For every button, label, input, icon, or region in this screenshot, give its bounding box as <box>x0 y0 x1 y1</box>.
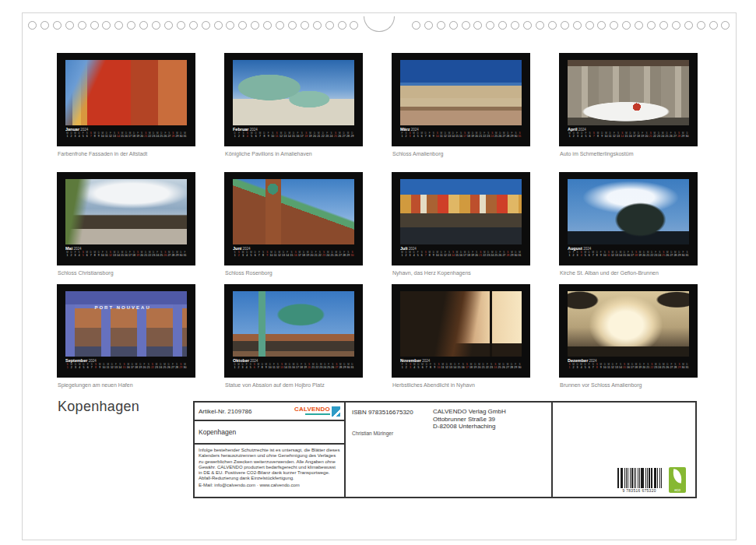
binding-ring <box>486 21 494 30</box>
binding-ring <box>102 21 111 30</box>
binding-ring <box>473 21 482 30</box>
publisher-address: CALVENDO Verlag GmbH Ottobrunner Straße … <box>433 408 506 431</box>
legal-row: Infolge bestehender Schutzrechte ist es … <box>195 445 344 497</box>
barcode-number: 9 783516 675320 <box>623 489 656 493</box>
binding-ring <box>709 21 718 30</box>
thumb-frame: März 2024F1S2S3M4D5M6D7F8S9S10M11D12M13D… <box>392 53 530 146</box>
binding-ring <box>585 21 594 30</box>
thumb-mini-calendar: F1S2S3M4D5M6D7F8S9S10M11D12M13D14F15S16S… <box>400 132 522 137</box>
thumb-mini-calendar: M1D2M3D4F5S6S7M8D9M10D11F12S13S14M15D16M… <box>568 132 689 137</box>
barcode-block: 9 783516 675320 eco <box>617 467 686 493</box>
binding-ring <box>721 21 730 30</box>
binding-ring <box>424 21 433 30</box>
isbn-text: ISBN 9783516675320 <box>352 409 413 416</box>
thumb-caption: Farbenfrohe Fassaden in der Altstadt <box>58 151 147 156</box>
binding-ring <box>202 21 210 30</box>
barcode-bars <box>617 468 662 488</box>
thumb-frame: Dezember 2024S1M2D3M4D5F6S7S8M9D10M11D12… <box>559 284 698 378</box>
thumb-caption: Schloss Christiansborg <box>58 270 114 276</box>
binding-ring <box>28 21 37 30</box>
binding-ring <box>238 21 247 30</box>
binding-ring <box>90 21 99 30</box>
binding-ring <box>114 21 123 30</box>
thumb-caption: Nyhavn, das Herz Kopenhagens <box>392 270 471 276</box>
thumb-caption: Kirche St. Alban und der Gefion-Brunnen <box>560 270 659 276</box>
binding-ring <box>597 21 606 30</box>
thumb-mini-calendar: D1F2S3S4M5D6M7D8F9S10S11M12D13M14D15F16S… <box>233 132 354 137</box>
binding-ring <box>561 21 569 30</box>
binding-ring <box>635 21 643 30</box>
eco-icon: eco <box>669 467 686 493</box>
leaf-icon <box>672 469 683 483</box>
binding-ring <box>548 21 557 30</box>
binding-ring <box>313 21 322 30</box>
calendar-thumb-2: Februar 2024D1F2S3S4M5D6M7D8F9S10S11M12D… <box>224 53 363 146</box>
calvendo-tagline-bar <box>305 413 330 415</box>
calendar-thumb-3: März 2024F1S2S3M4D5M6D7F8S9S10M11D12M13D… <box>392 53 530 146</box>
binding-ring <box>263 21 272 30</box>
binding-ring <box>127 21 135 30</box>
binding-ring <box>684 21 693 30</box>
calendar-thumb-1: Januar 2024M1D2M3D4F5S6S7M8D9M10D11F12S1… <box>57 53 195 146</box>
calvendo-mark-icon <box>332 406 340 417</box>
binding-ring <box>498 21 507 30</box>
binding-ring <box>214 21 223 30</box>
binding-ring <box>177 21 185 30</box>
thumb-photo <box>568 179 689 244</box>
thumb-frame: Juli 2024M1D2M3D4F5S6S7M8D9M10D11F12S13S… <box>392 172 530 265</box>
thumb-mini-calendar: D1M2D3F4S5S6M7D8M9D10F11S12S13M14D15M16D… <box>233 363 354 368</box>
title-row: Kopenhagen <box>195 421 344 445</box>
binding-ring <box>189 21 198 30</box>
thumb-photo <box>233 291 354 357</box>
publisher-line: Ottobrunner Straße 39 <box>433 416 506 424</box>
thumb-caption: Schloss Rosenborg <box>225 270 273 276</box>
eco-label: eco <box>670 488 684 492</box>
calendar-back-page: Januar 2024M1D2M3D4F5S6S7M8D9M10D11F12S1… <box>0 0 756 545</box>
calendar-thumb-8: August 2024D1F2S3S4M5D6M7D8F9S10S11M12D1… <box>559 172 698 265</box>
thumb-caption: Auto im Schmetterlingskostüm <box>560 151 634 156</box>
thumb-photo <box>233 60 354 125</box>
calendar-thumb-12: Dezember 2024S1M2D3M4D5F6S7S8M9D10M11D12… <box>559 284 698 378</box>
binding-ring <box>53 21 62 30</box>
thumb-frame: Mai 2024M1D2F3S4S5M6D7M8D9F10S11S12M13D1… <box>57 172 195 265</box>
calendar-thumb-7: Juli 2024M1D2M3D4F5S6S7M8D9M10D11F12S13S… <box>392 172 530 265</box>
thumb-mini-calendar: M1D2M3D4F5S6S7M8D9M10D11F12S13S14M15D16M… <box>400 251 522 256</box>
binding-ring <box>288 21 297 30</box>
thumb-photo <box>65 60 187 125</box>
binding-ring <box>523 21 532 30</box>
page-title: Kopenhagen <box>58 399 139 415</box>
artikel-row: Artikel-Nr. 2109786 CALVENDO <box>195 403 344 421</box>
binding-ring <box>511 21 519 30</box>
binding-ring <box>672 21 680 30</box>
thumb-mini-calendar: S1M2D3M4D5F6S7S8M9D10M11D12F13S14S15M16D… <box>568 363 689 368</box>
thumb-mini-calendar: S1M2D3M4D5F6S7S8M9D10M11D12F13S14S15M16D… <box>65 363 187 368</box>
binding-ring <box>325 21 334 30</box>
thumb-mini-calendar: D1F2S3S4M5D6M7D8F9S10S11M12D13M14D15F16S… <box>568 251 689 256</box>
barcode: 9 783516 675320 <box>617 468 662 493</box>
binding-ring <box>251 21 259 30</box>
binding-ring <box>449 21 458 30</box>
binding-ring <box>164 21 173 30</box>
author-name: Christian Müringer <box>352 431 393 436</box>
calvendo-brand-text: CALVENDO <box>294 406 330 413</box>
thumb-photo <box>400 60 522 125</box>
binding-ring <box>40 21 49 30</box>
thumb-frame: Januar 2024M1D2M3D4F5S6S7M8D9M10D11F12S1… <box>57 53 195 146</box>
info-box-right-column: 9 783516 675320 eco <box>553 403 695 497</box>
info-box-middle-column: ISBN 9783516675320 CALVENDO Verlag GmbH … <box>346 403 553 497</box>
calvendo-wordmark: CALVENDO <box>294 406 330 415</box>
binding-ring <box>301 21 309 30</box>
thumb-photo <box>568 291 689 357</box>
thumb-frame: Februar 2024D1F2S3S4M5D6M7D8F9S10S11M12D… <box>224 53 363 146</box>
binding-ring <box>622 21 631 30</box>
binding-ring <box>647 21 656 30</box>
thumb-mini-calendar: S1S2M3D4M5D6F7S8S9M10D11M12D13F14S15S16M… <box>233 251 354 256</box>
info-box: Artikel-Nr. 2109786 CALVENDO Kopenhagen … <box>193 401 697 498</box>
thumb-caption: Königliche Pavillons in Amaliehaven <box>225 151 312 156</box>
binding-ring <box>338 21 346 30</box>
binding-ring <box>152 21 160 30</box>
calendar-thumb-10: Oktober 2024D1M2D3F4S5S6M7D8M9D10F11S12S… <box>224 284 363 378</box>
thumb-caption: Spiegelungen am neuen Hafen <box>58 382 133 388</box>
binding-ring <box>573 21 582 30</box>
thumb-photo <box>233 179 354 244</box>
